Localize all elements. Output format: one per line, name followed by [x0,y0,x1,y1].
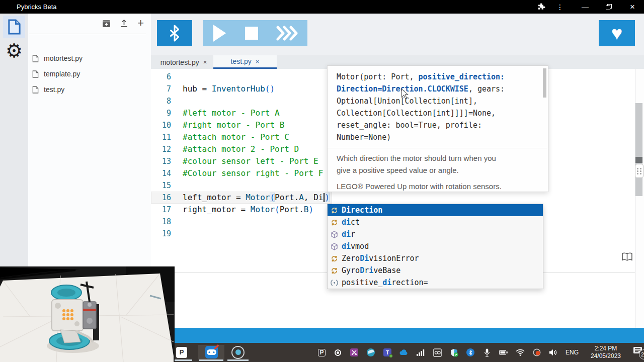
tray-browser-icon[interactable] [366,348,375,357]
autocomplete-label: dir [342,230,355,239]
module-cube-icon [330,242,339,251]
import-archive-button[interactable] [102,19,111,28]
language-indicator[interactable]: ENG [566,349,579,356]
titlebar: Pybricks Beta ⋮ — × [0,0,644,14]
tab-test[interactable]: test.py × [213,55,277,69]
gear-icon: ⚙ [6,41,23,60]
line-number: 10 [151,119,175,131]
menu-kebab-icon[interactable]: ⋮ [551,0,569,14]
sponsor-heart-button[interactable]: ♥ [599,20,635,46]
hover-doc-tooltip: Motor(port: Port, positive_direction: Di… [327,65,548,192]
tray-battery-icon[interactable] [499,348,508,357]
document-icon [8,19,21,35]
autocomplete-popup: DirectiondictdirdivmodZeroDivisionErrorG… [327,204,543,289]
autocomplete-label: positive_direction= [342,278,428,287]
line-number: 8 [151,95,175,107]
autocomplete-item[interactable]: dict [328,216,543,228]
autocomplete-item[interactable]: ZeroDivisionError [328,252,543,264]
autocomplete-label: divmod [342,242,369,251]
editor-scrollbar[interactable] [635,103,642,196]
new-file-button[interactable]: + [137,18,144,29]
gamebar-icon [205,346,218,358]
tray-record-icon[interactable] [333,348,342,357]
divider [328,148,548,148]
line-number: 15 [151,179,175,192]
autocomplete-label: dict [342,218,360,227]
pybricks-app-icon: P [176,347,187,358]
line-number: 11 [151,131,175,143]
tray-app-box-icon[interactable] [433,348,442,357]
minimize-button[interactable]: — [577,0,594,14]
run-button[interactable] [212,25,227,42]
restore-button[interactable] [600,0,617,14]
tray-signal-bars-icon[interactable] [416,348,425,357]
line-number: 19 [151,228,175,240]
autocomplete-item[interactable]: GyroDriveBase [328,264,543,277]
export-upload-button[interactable] [120,19,128,28]
drag-handle[interactable] [635,164,643,178]
file-item-test[interactable]: test.py [31,83,147,96]
settings-button[interactable]: ⚙ [3,40,25,62]
webcam-overlay [0,266,175,362]
doc-paragraph: Which direction the motor should turn wh… [337,152,539,176]
line-number: 16 [151,192,175,204]
autocomplete-item[interactable]: divmod [328,240,543,252]
line-number: 17 [151,204,175,216]
tooltip-scrollbar[interactable] [543,68,546,98]
close-button[interactable]: × [624,0,641,14]
taskbar-gamebar-app[interactable] [198,345,224,359]
line-number: 7 [151,83,175,95]
file-icon [32,70,39,78]
tab-close-icon[interactable]: × [256,58,260,65]
tray-wifi-icon[interactable] [516,348,525,357]
tray-teams-icon[interactable]: T [383,348,392,357]
stop-icon [245,27,258,40]
tray-onedrive-icon[interactable] [399,348,409,357]
notification-count-badge: 24 [639,349,644,359]
taskbar-clock[interactable]: 2:24 PM 24/05/2023 [586,345,625,360]
run-controls [203,20,307,46]
extension-puzzle-icon[interactable] [533,0,550,14]
line-number: 12 [151,143,175,155]
app-title: Pybricks Beta [17,3,56,11]
tray-purple-app-icon[interactable] [350,348,359,357]
autocomplete-label: GyroDriveBase [342,266,400,275]
notification-center-button[interactable]: 24 [633,346,644,358]
stop-button[interactable] [245,27,258,40]
tab-label: test.py [231,57,252,65]
tab-close-icon[interactable]: × [203,58,207,66]
documentation-book-button[interactable] [622,252,632,261]
motor-signature: Motor(port: Port, positive_direction: Di… [337,71,539,143]
line-number: 14 [151,167,175,179]
tray-speaker-icon[interactable] [549,348,558,357]
file-icon [32,86,39,94]
book-icon [622,252,632,261]
code-line: 16left_motor = Motor(Port.A, Di) [151,192,332,204]
files-view-button[interactable] [3,16,25,38]
parameter-icon [330,279,339,287]
tray-security-shield-icon[interactable] [449,348,458,357]
autocomplete-item[interactable]: dir [328,228,543,240]
tab-motortest[interactable]: motortest.py × [156,55,211,69]
class-symbol-icon [330,218,339,227]
tray-recording-camera-icon[interactable] [532,348,541,357]
doc-paragraph: LEGO® Powered Up motor with rotation sen… [337,180,539,192]
edit-badge-icon [213,343,220,350]
file-item-motortest[interactable]: motortest.py [31,52,147,64]
date: 24/05/2023 [591,352,621,359]
autocomplete-item[interactable]: Direction [328,204,543,216]
play-icon [212,25,227,42]
bluetooth-connect-button[interactable] [157,20,192,46]
fast-forward-button[interactable] [276,25,298,42]
file-item-template[interactable]: template.py [31,68,147,80]
mouse-cursor [401,88,409,99]
module-cube-icon [330,230,339,239]
autocomplete-item[interactable]: positive_direction= [328,277,543,289]
tray-bluetooth-icon[interactable] [466,348,475,357]
tray-pybricks-icon[interactable]: P [318,349,326,356]
file-icon [32,55,39,62]
tab-label: motortest.py [160,58,199,66]
record-icon [231,346,245,359]
taskbar-record-app[interactable] [227,345,249,359]
tray-microphone-icon[interactable] [482,348,492,357]
